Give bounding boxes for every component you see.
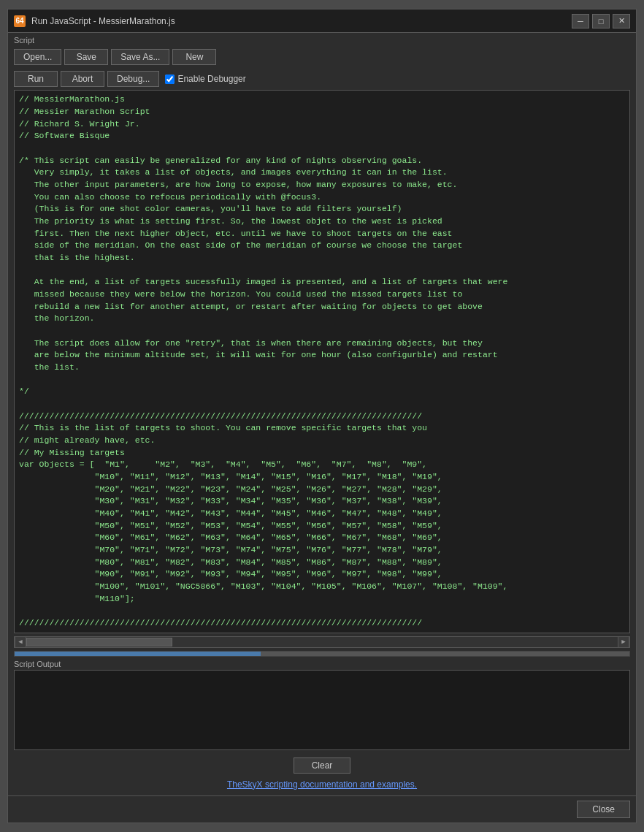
- minimize-button[interactable]: ─: [572, 14, 589, 28]
- run-button[interactable]: Run: [14, 71, 58, 87]
- app-icon: 64: [14, 15, 26, 27]
- bottom-bar: Close: [8, 795, 636, 823]
- enable-debugger-text: Enable Debugger: [177, 74, 245, 84]
- save-button[interactable]: Save: [64, 49, 108, 65]
- abort-button[interactable]: Abort: [61, 71, 104, 87]
- script-output-area[interactable]: [14, 670, 630, 750]
- new-button[interactable]: New: [172, 49, 216, 65]
- scroll-right-button[interactable]: ▶: [618, 636, 629, 648]
- debug-button[interactable]: Debug...: [107, 71, 159, 87]
- horizontal-scrollbar[interactable]: ◀ ▶: [14, 636, 630, 648]
- code-content[interactable]: // MessierMarathon.js // Messier Maratho…: [19, 93, 625, 630]
- window-title: Run JavaScript - MessierMarathon.js: [31, 16, 572, 26]
- maximize-button[interactable]: □: [592, 14, 610, 28]
- scroll-left-button[interactable]: ◀: [15, 636, 26, 648]
- progress-bar: [14, 651, 630, 657]
- main-window: 64 Run JavaScript - MessierMarathon.js ─…: [7, 9, 637, 823]
- scrollbar-track: [26, 637, 618, 647]
- close-button[interactable]: Close: [577, 801, 630, 818]
- enable-debugger-label[interactable]: Enable Debugger: [165, 74, 245, 84]
- docs-link[interactable]: TheSkyX scripting documentation and exam…: [227, 779, 417, 790]
- clear-button-row: Clear: [8, 753, 636, 778]
- window-controls: ─ □ ✕: [572, 14, 630, 28]
- code-editor[interactable]: // MessierMarathon.js // Messier Maratho…: [14, 90, 630, 633]
- titlebar: 64 Run JavaScript - MessierMarathon.js ─…: [8, 9, 636, 33]
- enable-debugger-checkbox[interactable]: [165, 75, 175, 84]
- toolbar-row1: Open... Save Save As... New: [8, 46, 636, 68]
- docs-link-row: TheSkyX scripting documentation and exam…: [8, 778, 636, 795]
- clear-button[interactable]: Clear: [294, 757, 351, 774]
- scrollbar-thumb[interactable]: [26, 638, 172, 646]
- progress-fill: [15, 652, 261, 656]
- script-section-label: Script: [8, 33, 636, 46]
- save-as-button[interactable]: Save As...: [111, 49, 169, 65]
- editor-scroll-container[interactable]: // MessierMarathon.js // Messier Maratho…: [15, 91, 629, 633]
- open-button[interactable]: Open...: [14, 49, 61, 65]
- close-window-button[interactable]: ✕: [613, 14, 630, 28]
- output-section-label: Script Output: [8, 657, 636, 670]
- toolbar-row2: Run Abort Debug... Enable Debugger: [8, 68, 636, 90]
